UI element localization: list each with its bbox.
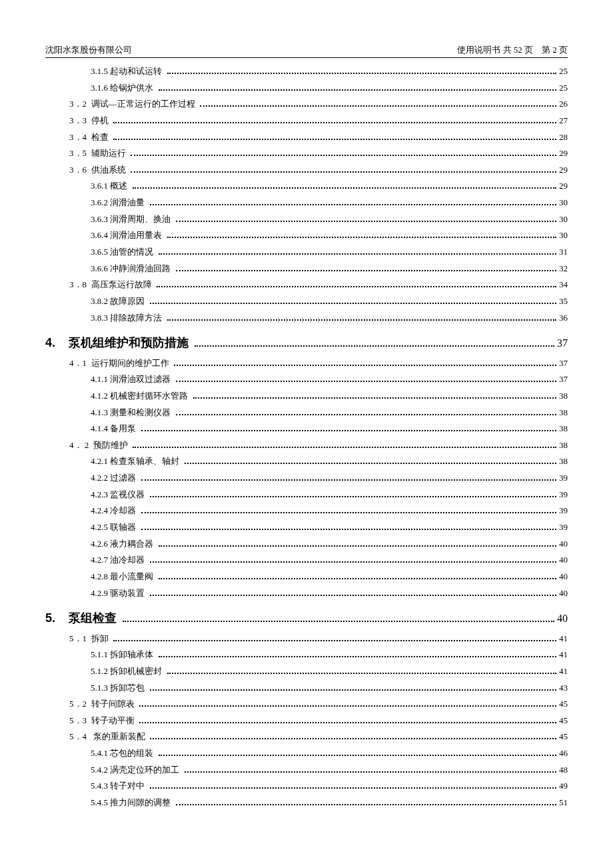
toc-page: 41 xyxy=(559,665,568,678)
toc-leader xyxy=(159,651,557,657)
toc-entry: 5．1 拆卸 41 xyxy=(69,632,568,645)
toc-page: 30 xyxy=(559,196,568,209)
toc-entry: 3.1.6 给锅炉供水 25 xyxy=(91,81,568,95)
toc-leader xyxy=(123,613,554,622)
toc-page: 40 xyxy=(557,611,568,627)
toc-entry: 4. 泵机组维护和预防措施 37 xyxy=(45,334,568,353)
toc-entry: 3.6.6 冲静润滑油回路 32 xyxy=(91,262,568,275)
toc-entry: 4.1.2 机械密封循环水管路 38 xyxy=(91,389,568,403)
toc-label: 5.1.1 拆卸轴承体 xyxy=(91,648,156,661)
toc-page: 40 xyxy=(559,570,568,583)
toc-label: 4.2.9 驱动装置 xyxy=(91,587,147,600)
toc-page: 36 xyxy=(559,311,568,325)
toc-entry: 5．4 泵的重新装配 45 xyxy=(69,730,568,743)
toc-entry: 5.4.5 推力间隙的调整 51 xyxy=(91,796,568,809)
toc-label: 3．3 停机 xyxy=(69,114,111,127)
toc-page: 30 xyxy=(559,229,568,242)
toc-page: 39 xyxy=(559,521,568,534)
toc-leader xyxy=(113,133,556,139)
toc-entry: 3.6.5 油管的情况 31 xyxy=(91,245,568,259)
toc-leader xyxy=(176,216,557,222)
toc-label: 5．1 拆卸 xyxy=(69,632,111,645)
toc-leader xyxy=(195,338,554,347)
toc-label: 4.2.2 过滤器 xyxy=(91,471,139,485)
toc-leader xyxy=(176,409,557,415)
toc-label: 3.6.4 润滑油用量表 xyxy=(91,229,165,242)
toc-entry: 3．6 供油系统 29 xyxy=(69,163,568,177)
toc-label: 4.1.2 机械密封循环水管路 xyxy=(91,389,191,403)
toc-label: 4. 泵机组维护和预防措施 xyxy=(45,334,192,353)
toc-leader xyxy=(157,281,556,287)
toc-leader xyxy=(174,360,556,366)
toc-page: 41 xyxy=(559,648,568,661)
toc-leader xyxy=(176,376,557,382)
toc-entry: 5．2 转子间隙表 45 xyxy=(69,697,568,711)
toc-label: 3.6.5 油管的情况 xyxy=(91,245,156,259)
toc-entry: 3.6.1 概述 29 xyxy=(91,179,568,193)
toc-entry: 5.1.3 拆卸芯包 43 xyxy=(91,681,568,695)
toc-leader xyxy=(176,799,557,805)
toc-leader xyxy=(176,265,557,271)
toc-label: 3．2 调试—正常运行的工作过程 xyxy=(69,97,197,111)
toc-leader xyxy=(150,733,556,739)
toc-label: 3.6.1 概述 xyxy=(91,179,130,193)
toc-label: 5．4 泵的重新装配 xyxy=(69,730,147,743)
toc-page: 43 xyxy=(559,681,568,695)
toc-label: 5.4.5 推力间隙的调整 xyxy=(91,796,173,809)
toc-page: 40 xyxy=(559,587,568,600)
toc-label: 5.4.2 涡壳定位环的加工 xyxy=(91,763,182,777)
toc-leader xyxy=(150,783,557,789)
toc-entry: 5．3 转子动平衡 45 xyxy=(69,714,568,727)
toc-page: 49 xyxy=(559,779,568,793)
toc-leader xyxy=(167,68,557,74)
toc-leader xyxy=(159,573,557,579)
toc-leader xyxy=(150,684,557,690)
toc-label: 4． 2 预防维护 xyxy=(69,439,130,452)
toc-leader xyxy=(150,199,557,205)
toc-leader xyxy=(159,249,557,255)
toc-page: 38 xyxy=(559,406,568,419)
toc-leader xyxy=(141,507,557,513)
toc-entry: 4.1.1 润滑油双过滤器 37 xyxy=(91,373,568,386)
toc-label: 3.6.3 润滑周期、换油 xyxy=(91,213,173,226)
toc-entry: 4.2.1 检查泵轴承、轴封 38 xyxy=(91,455,568,468)
toc-label: 4.2.4 冷却器 xyxy=(91,504,139,517)
toc-leader xyxy=(167,668,557,674)
toc-page: 38 xyxy=(559,389,568,403)
toc-page: 40 xyxy=(559,553,568,567)
toc-leader xyxy=(141,425,557,431)
toc-label: 3.1.6 给锅炉供水 xyxy=(91,81,156,95)
toc-entry: 5.1.1 拆卸轴承体 41 xyxy=(91,648,568,661)
toc-label: 3.8.3 排除故障方法 xyxy=(91,311,165,325)
toc-entry: 3.8.3 排除故障方法 36 xyxy=(91,311,568,325)
toc-page: 45 xyxy=(559,714,568,727)
toc-leader xyxy=(131,150,556,156)
toc-label: 4.2.1 检查泵轴承、轴封 xyxy=(91,455,182,468)
toc-page: 38 xyxy=(559,422,568,435)
toc-leader xyxy=(150,298,557,304)
toc-entry: 4.2.8 最小流量阀 40 xyxy=(91,570,568,583)
toc-label: 4.2.8 最小流量阀 xyxy=(91,570,156,583)
toc-page: 26 xyxy=(559,97,568,111)
toc-entry: 4． 2 预防维护 38 xyxy=(69,439,568,452)
toc-label: 3.8.2 故障原因 xyxy=(91,295,147,308)
toc-leader xyxy=(167,232,557,238)
toc-entry: 5.4.3 转子对中 49 xyxy=(91,779,568,793)
toc-entry: 3．3 停机 27 xyxy=(69,114,568,127)
toc-label: 4.2.5 联轴器 xyxy=(91,521,139,534)
toc-label: 4.1.3 测量和检测仪器 xyxy=(91,406,173,419)
toc-label: 3.1.5 起动和试运转 xyxy=(91,65,165,78)
toc-label: 3．4 检查 xyxy=(69,131,111,144)
toc-label: 5.4.3 转子对中 xyxy=(91,779,147,793)
toc-entry: 5.4.1 芯包的组装 46 xyxy=(91,747,568,760)
toc-label: 4.1.1 润滑油双过滤器 xyxy=(91,373,173,386)
toc-entry: 5.1.2 拆卸机械密封 41 xyxy=(91,665,568,678)
toc-leader xyxy=(150,557,557,563)
toc-leader xyxy=(159,750,557,756)
toc-page: 38 xyxy=(559,439,568,452)
toc-page: 45 xyxy=(559,697,568,711)
toc-leader xyxy=(185,458,557,464)
toc-entry: 3.8.2 故障原因 35 xyxy=(91,295,568,308)
toc-label: 5．2 转子间隙表 xyxy=(69,697,137,711)
toc-leader xyxy=(139,701,556,707)
